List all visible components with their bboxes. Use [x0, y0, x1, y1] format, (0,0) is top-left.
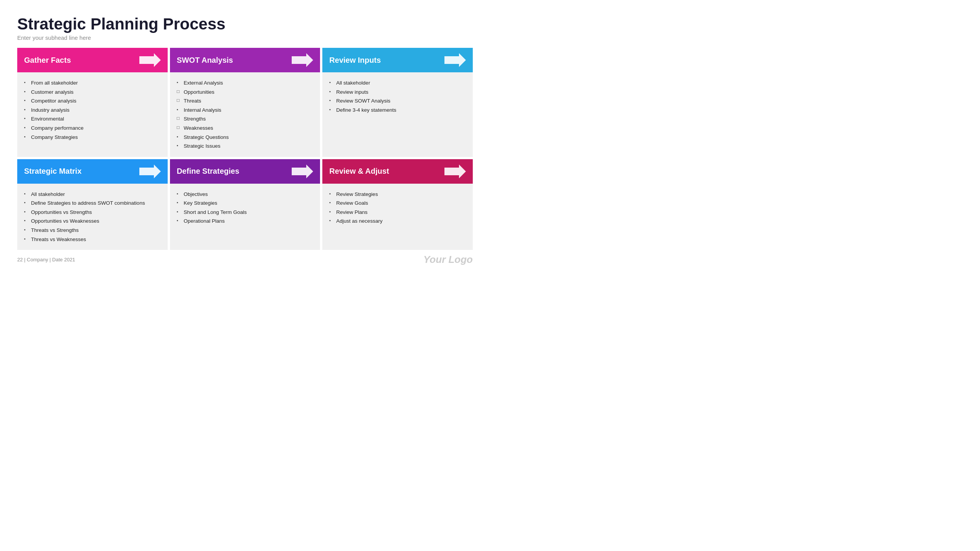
- svg-marker-2: [444, 53, 466, 67]
- cell-list-gather-facts: From all stakeholderCustomer analysisCom…: [24, 78, 161, 142]
- list-item: Company performance: [24, 124, 161, 133]
- list-item: Review Plans: [329, 208, 466, 217]
- cell-header-review-inputs: Review Inputs: [322, 48, 473, 72]
- list-item: Industry analysis: [24, 106, 161, 115]
- svg-marker-3: [139, 165, 161, 178]
- list-item: Weaknesses: [177, 124, 314, 133]
- list-item: Opportunities vs Weaknesses: [24, 217, 161, 226]
- cell-body-review-inputs: All stakeholderReview inputsReview SOWT …: [322, 72, 473, 157]
- cell-list-strategic-matrix: All stakeholderDefine Strategies to addr…: [24, 190, 161, 244]
- footer: 22 | Company | Date 2021 Your Logo: [17, 250, 473, 266]
- cell-body-swot-analysis: External AnalysisOpportunitiesThreatsInt…: [170, 72, 320, 157]
- cell-title-define-strategies: Define Strategies: [177, 167, 292, 176]
- company-name: Company: [27, 257, 48, 262]
- cell-title-review-adjust: Review & Adjust: [329, 167, 444, 176]
- list-item: Strategic Questions: [177, 133, 314, 142]
- cell-review-inputs: Review InputsAll stakeholderReview input…: [322, 48, 473, 157]
- list-item: All stakeholder: [329, 78, 466, 88]
- header: Strategic Planning Process Enter your su…: [17, 15, 473, 41]
- list-item: Threats vs Strengths: [24, 226, 161, 235]
- list-item: Competitor analysis: [24, 96, 161, 106]
- arrow-icon: [292, 53, 313, 67]
- cell-title-review-inputs: Review Inputs: [329, 56, 444, 65]
- cell-title-swot-analysis: SWOT Analysis: [177, 56, 292, 65]
- list-item: Adjust as necessary: [329, 217, 466, 226]
- svg-marker-0: [139, 53, 161, 67]
- arrow-icon: [444, 165, 466, 178]
- cell-title-strategic-matrix: Strategic Matrix: [24, 167, 139, 176]
- page-subtitle: Enter your subhead line here: [17, 34, 473, 41]
- cell-header-gather-facts: Gather Facts: [17, 48, 168, 72]
- cell-gather-facts: Gather FactsFrom all stakeholderCustomer…: [17, 48, 168, 157]
- list-item: Threats vs Weaknesses: [24, 235, 161, 244]
- list-item: Customer analysis: [24, 88, 161, 97]
- list-item: Objectives: [177, 190, 314, 199]
- list-item: All stakeholder: [24, 190, 161, 199]
- list-item: Opportunities: [177, 88, 314, 97]
- arrow-icon: [444, 53, 466, 67]
- cell-body-gather-facts: From all stakeholderCustomer analysisCom…: [17, 72, 168, 157]
- footer-date: Date 2021: [52, 257, 75, 262]
- cell-title-gather-facts: Gather Facts: [24, 56, 139, 65]
- cell-header-strategic-matrix: Strategic Matrix: [17, 159, 168, 184]
- list-item: Short and Long Term Goals: [177, 208, 314, 217]
- cell-header-define-strategies: Define Strategies: [170, 159, 320, 184]
- cell-list-swot-analysis: External AnalysisOpportunitiesThreatsInt…: [177, 78, 314, 151]
- arrow-icon: [139, 165, 161, 178]
- cell-review-adjust: Review & AdjustReview StrategiesReview G…: [322, 159, 473, 250]
- list-item: Review SOWT Analysis: [329, 96, 466, 106]
- svg-marker-5: [444, 165, 466, 178]
- list-item: Internal Analysis: [177, 106, 314, 115]
- cell-list-review-adjust: Review StrategiesReview GoalsReview Plan…: [329, 190, 466, 226]
- cell-body-strategic-matrix: All stakeholderDefine Strategies to addr…: [17, 184, 168, 250]
- list-item: Strategic Issues: [177, 142, 314, 151]
- svg-marker-1: [292, 53, 313, 67]
- list-item: Company Strategies: [24, 133, 161, 142]
- list-item: Threats: [177, 96, 314, 106]
- company-logo: Your Logo: [423, 254, 473, 266]
- page: Strategic Planning Process Enter your su…: [0, 0, 490, 276]
- page-title: Strategic Planning Process: [17, 15, 473, 33]
- cell-swot-analysis: SWOT AnalysisExternal AnalysisOpportunit…: [170, 48, 320, 157]
- cell-strategic-matrix: Strategic MatrixAll stakeholderDefine St…: [17, 159, 168, 250]
- list-item: Environmental: [24, 114, 161, 124]
- list-item: Operational Plans: [177, 217, 314, 226]
- cell-header-swot-analysis: SWOT Analysis: [170, 48, 320, 72]
- cell-define-strategies: Define StrategiesObjectivesKey Strategie…: [170, 159, 320, 250]
- list-item: Key Strategies: [177, 199, 314, 208]
- list-item: Define Strategies to address SWOT combin…: [24, 199, 161, 208]
- list-item: Review Strategies: [329, 190, 466, 199]
- list-item: Review Goals: [329, 199, 466, 208]
- cell-body-review-adjust: Review StrategiesReview GoalsReview Plan…: [322, 184, 473, 250]
- cell-body-define-strategies: ObjectivesKey StrategiesShort and Long T…: [170, 184, 320, 250]
- footer-info: 22 | Company | Date 2021: [17, 257, 75, 262]
- list-item: Review inputs: [329, 88, 466, 97]
- list-item: External Analysis: [177, 78, 314, 88]
- arrow-icon: [139, 53, 161, 67]
- list-item: Strengths: [177, 114, 314, 124]
- process-grid: Gather FactsFrom all stakeholderCustomer…: [17, 48, 473, 250]
- arrow-icon: [292, 165, 313, 178]
- cell-header-review-adjust: Review & Adjust: [322, 159, 473, 184]
- svg-marker-4: [292, 165, 313, 178]
- page-number: 22: [17, 257, 23, 262]
- list-item: From all stakeholder: [24, 78, 161, 88]
- cell-list-define-strategies: ObjectivesKey StrategiesShort and Long T…: [177, 190, 314, 226]
- list-item: Opportunities vs Strengths: [24, 208, 161, 217]
- cell-list-review-inputs: All stakeholderReview inputsReview SOWT …: [329, 78, 466, 114]
- list-item: Define 3-4 key statements: [329, 106, 466, 115]
